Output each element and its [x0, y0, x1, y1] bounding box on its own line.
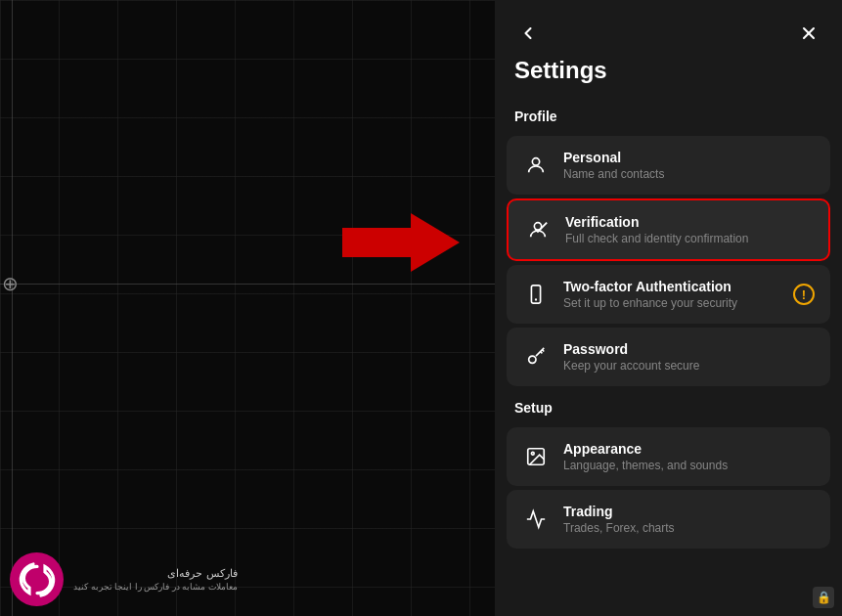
menu-item-verification[interactable]: Verification Full check and identity con… — [507, 198, 830, 261]
back-button[interactable] — [514, 20, 542, 47]
appearance-title: Appearance — [563, 441, 815, 457]
svg-point-9 — [531, 452, 534, 455]
image-icon — [522, 443, 550, 470]
menu-item-personal[interactable]: Personal Name and contacts — [507, 136, 830, 195]
brand-text: فارکس حرفه‌ای معاملات مشابه در فارکس را … — [73, 565, 238, 594]
appearance-subtitle: Language, themes, and sounds — [563, 459, 815, 472]
verification-subtitle: Full check and identity confirmation — [565, 232, 813, 245]
brand-logo-circle — [10, 552, 64, 606]
section-setup-label: Setup — [495, 390, 842, 423]
settings-panel: Settings Profile Personal Name and conta… — [495, 0, 842, 616]
menu-item-trading[interactable]: Trading Trades, Forex, charts — [507, 490, 830, 549]
two-factor-subtitle: Set it up to enhance your security — [563, 296, 779, 310]
svg-marker-0 — [342, 213, 460, 272]
password-subtitle: Keep your account secure — [563, 359, 815, 373]
two-factor-warning-badge: ! — [793, 284, 815, 305]
trading-title: Trading — [563, 504, 815, 519]
settings-header — [495, 0, 842, 57]
svg-point-7 — [529, 356, 536, 363]
red-arrow-indicator — [342, 213, 460, 272]
personal-subtitle: Name and contacts — [563, 167, 815, 181]
trading-subtitle: Trades, Forex, charts — [563, 521, 815, 535]
chart-icon — [522, 506, 550, 533]
svg-point-3 — [532, 158, 539, 165]
bottom-logo-area: فارکس حرفه‌ای معاملات مشابه در فارکس را … — [10, 552, 238, 606]
section-profile-label: Profile — [495, 99, 842, 132]
trading-chart-area: ⊕ — [0, 0, 499, 616]
verification-title: Verification — [565, 214, 813, 230]
menu-item-two-factor[interactable]: Two-factor Authentication Set it up to e… — [507, 265, 830, 324]
verify-icon — [524, 216, 552, 243]
person-icon — [522, 152, 550, 179]
password-title: Password — [563, 341, 815, 357]
settings-title: Settings — [495, 57, 842, 99]
menu-item-password[interactable]: Password Keep your account secure — [507, 328, 830, 386]
key-icon — [522, 343, 550, 371]
two-factor-title: Two-factor Authentication — [563, 279, 779, 294]
close-button[interactable] — [795, 20, 822, 47]
personal-title: Personal — [563, 150, 815, 165]
phone-icon — [522, 281, 550, 308]
menu-item-appearance[interactable]: Appearance Language, themes, and sounds — [507, 427, 830, 486]
corner-lock-icon: 🔒 — [813, 587, 834, 608]
